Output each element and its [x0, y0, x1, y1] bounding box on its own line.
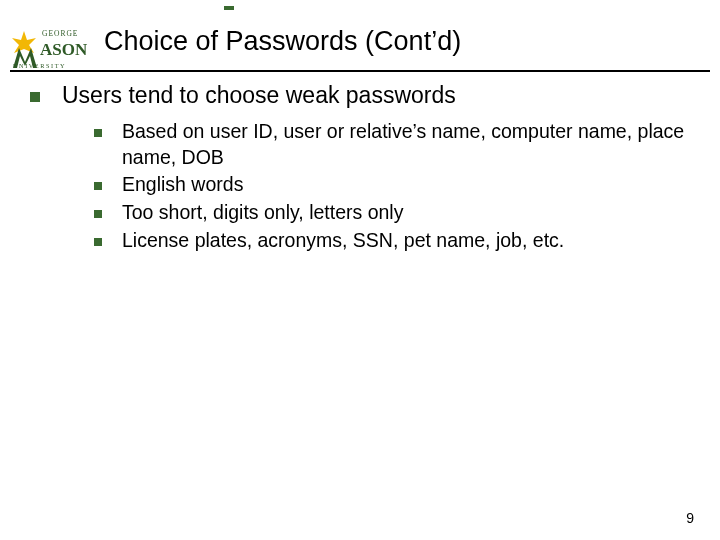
bullet-level2-text: Based on user ID, user or relative’s nam… — [122, 119, 690, 170]
slide-body: Users tend to choose weak passwords Base… — [30, 82, 690, 256]
square-bullet-icon — [94, 238, 102, 246]
bullet-level2-text: License plates, acronyms, SSN, pet name,… — [122, 228, 564, 254]
bullet-level2: Based on user ID, user or relative’s nam… — [94, 119, 690, 170]
bullet-level1: Users tend to choose weak passwords — [30, 82, 690, 109]
bullet-level2-text: Too short, digits only, letters only — [122, 200, 403, 226]
slide: GEORGE ASON UNIVERSITY Choice of Passwor… — [0, 0, 720, 540]
bullet-level2: License plates, acronyms, SSN, pet name,… — [94, 228, 690, 254]
university-logo: GEORGE ASON UNIVERSITY — [10, 24, 96, 70]
sub-bullet-group: Based on user ID, user or relative’s nam… — [94, 119, 690, 254]
title-underline — [10, 70, 710, 72]
bullet-level2: Too short, digits only, letters only — [94, 200, 690, 226]
square-bullet-icon — [94, 182, 102, 190]
square-bullet-icon — [94, 129, 102, 137]
bullet-level2-text: English words — [122, 172, 243, 198]
bullet-level1-text: Users tend to choose weak passwords — [62, 82, 456, 109]
square-bullet-icon — [30, 92, 40, 102]
svg-marker-0 — [12, 31, 36, 53]
logo-top-text: GEORGE — [42, 29, 78, 38]
page-number: 9 — [686, 510, 694, 526]
logo-bottom-text: UNIVERSITY — [13, 62, 66, 69]
slide-title: Choice of Passwords (Cont’d) — [104, 26, 461, 57]
decorative-dash — [224, 6, 234, 10]
square-bullet-icon — [94, 210, 102, 218]
logo-middle-text: ASON — [40, 40, 88, 59]
bullet-level2: English words — [94, 172, 690, 198]
